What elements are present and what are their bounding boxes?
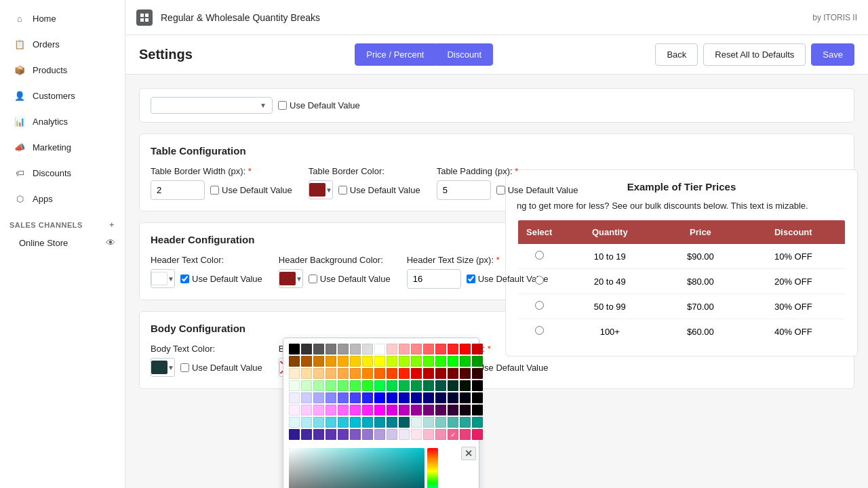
color-swatch-item[interactable] [350,392,361,403]
color-swatch-item[interactable] [387,392,397,403]
color-swatch-item[interactable] [326,392,336,403]
color-swatch-item[interactable] [387,417,397,428]
color-swatch-item[interactable] [313,429,324,440]
color-swatch-item[interactable] [472,392,483,403]
sidebar-item-analytics[interactable]: 📊 Analytics [4,109,121,134]
select-cell[interactable] [517,294,560,319]
header-bg-color-swatch[interactable]: ▼ [279,269,303,288]
color-swatch-item[interactable] [313,344,324,354]
color-swatch-item[interactable] [423,380,434,391]
color-swatch-item[interactable] [387,405,397,415]
color-swatch-item[interactable] [472,344,483,354]
color-swatch-item[interactable] [313,417,324,428]
color-swatch-item[interactable] [423,417,434,428]
color-swatch-item[interactable] [326,429,336,440]
color-swatch-item[interactable] [387,429,397,440]
color-swatch-item[interactable] [301,368,312,379]
color-swatch-item[interactable] [374,344,385,354]
color-swatch-item[interactable] [338,429,349,440]
color-swatch-item[interactable] [289,429,300,440]
color-swatch-item[interactable] [374,392,385,403]
color-swatch-item[interactable] [387,380,397,391]
color-swatch-item[interactable] [399,405,410,415]
color-swatch-item[interactable] [411,392,422,403]
color-swatch-item[interactable] [374,417,385,428]
color-swatch-item[interactable] [362,392,373,403]
color-swatch-item[interactable] [301,417,312,428]
color-swatch-item[interactable] [423,356,434,367]
body-text-color-default-checkbox[interactable] [180,363,189,372]
color-swatch-item[interactable] [460,392,471,403]
header-text-size-default-checkbox[interactable] [467,274,475,283]
add-sales-channel-button[interactable]: ＋ [108,220,116,230]
table-border-color-swatch[interactable]: ▼ [309,180,333,199]
color-swatch-item[interactable] [411,429,422,440]
color-swatch-item[interactable] [411,368,422,379]
color-swatch-item[interactable] [411,417,422,428]
color-swatch-item[interactable] [326,405,336,415]
header-text-color-default-checkbox[interactable] [180,274,189,283]
header-text-size-input[interactable] [407,269,461,289]
color-swatch-item[interactable] [435,344,446,354]
color-swatch-item[interactable] [374,368,385,379]
color-swatch-item[interactable] [362,356,373,367]
color-swatch-item[interactable] [435,392,446,403]
color-swatch-item[interactable] [350,380,361,391]
color-swatch-item[interactable] [313,405,324,415]
sidebar-item-marketing[interactable]: 📣 Marketing [4,135,121,159]
color-swatch-item[interactable] [338,417,349,428]
color-swatch-item[interactable] [435,429,446,440]
color-swatch-item[interactable] [460,405,471,415]
color-swatch-item[interactable] [313,368,324,379]
header-bg-color-default-checkbox[interactable] [309,274,317,283]
color-swatch-item[interactable] [472,429,483,440]
sidebar-item-apps[interactable]: ⬡ Apps [4,186,121,211]
color-spectrum[interactable] [427,448,438,488]
color-swatch-item[interactable] [460,344,471,354]
color-swatch-item[interactable] [326,356,336,367]
color-swatch-item[interactable] [338,344,349,354]
color-swatch-item[interactable] [472,368,483,379]
color-swatch-item[interactable] [350,356,361,367]
color-swatch-item[interactable] [374,429,385,440]
color-swatch-item[interactable] [399,429,410,440]
color-swatch-item[interactable] [411,380,422,391]
sidebar-item-discounts[interactable]: 🏷 Discounts [4,161,121,185]
color-swatch-item[interactable] [289,380,300,391]
color-swatch-item[interactable] [387,356,397,367]
color-swatch-item[interactable] [326,417,336,428]
color-swatch-item[interactable] [435,356,446,367]
select-cell[interactable] [517,319,560,345]
close-icon[interactable]: ✕ [461,447,476,460]
color-swatch-item[interactable] [289,344,300,354]
color-swatch-item[interactable] [448,392,458,403]
color-swatch-item[interactable] [411,405,422,415]
color-swatch-item[interactable] [423,368,434,379]
color-swatch-item[interactable] [301,405,312,415]
color-swatch-item[interactable] [350,417,361,428]
use-default-checkbox[interactable] [278,101,287,110]
color-swatch-item[interactable] [350,368,361,379]
color-swatch-item[interactable] [435,405,446,415]
color-swatch-item[interactable] [460,380,471,391]
table-border-color-default-checkbox[interactable] [338,186,347,195]
color-swatch-item[interactable] [289,368,300,379]
color-swatch-item[interactable] [448,368,458,379]
color-swatch-item[interactable] [301,429,312,440]
body-text-color-default-label[interactable]: Use Default Value [180,363,262,373]
color-swatch-item[interactable] [411,356,422,367]
color-swatch-item[interactable] [423,344,434,354]
color-swatch-item[interactable] [362,417,373,428]
table-border-width-input[interactable] [151,180,205,200]
color-swatch-item[interactable] [350,405,361,415]
table-padding-default-label[interactable]: Use Default Value [496,185,578,195]
color-swatch-item[interactable] [399,356,410,367]
color-swatch-item[interactable] [399,380,410,391]
color-swatch-item[interactable] [362,405,373,415]
use-default-checkbox-label[interactable]: Use Default Value [278,100,360,110]
color-swatch-item[interactable] [374,356,385,367]
sidebar-item-home[interactable]: ⌂ Home [4,6,121,30]
color-swatch-item[interactable] [313,392,324,403]
color-swatch-item[interactable] [448,356,458,367]
color-swatch-item[interactable] [423,405,434,415]
